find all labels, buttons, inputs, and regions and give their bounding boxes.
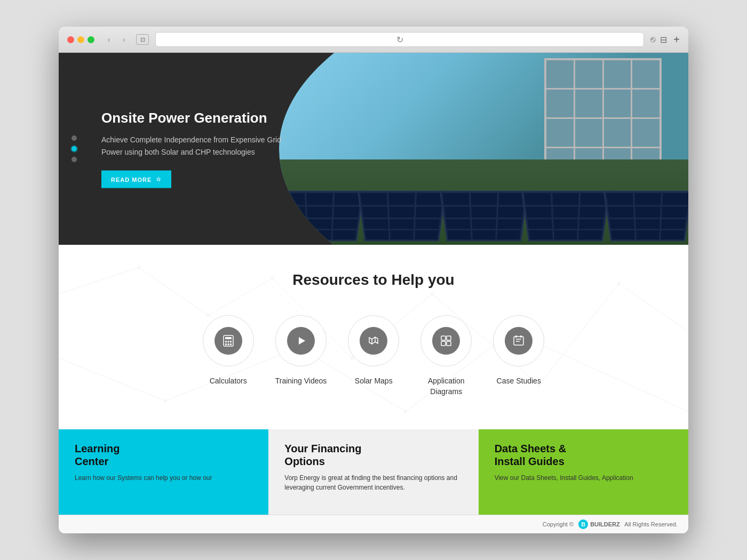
training-videos-label: Training Videos: [275, 376, 327, 387]
resource-item-training-videos[interactable]: Training Videos: [275, 315, 327, 397]
hero-title: Onsite Power Generation: [101, 110, 304, 126]
application-diagrams-label: ApplicationDiagrams: [428, 376, 465, 397]
share-icon[interactable]: ⎋: [650, 35, 656, 45]
bookmark-icon[interactable]: ⊟: [660, 35, 667, 45]
application-diagrams-circle: [420, 315, 472, 366]
hero-text-area: Onsite Power Generation Achieve Complete…: [101, 110, 304, 188]
svg-rect-27: [227, 341, 229, 342]
resource-item-case-studies[interactable]: Case Studies: [493, 315, 544, 397]
application-diagrams-icon: [432, 327, 460, 355]
svg-rect-42: [515, 335, 517, 338]
resource-item-calculators[interactable]: Calculators: [203, 315, 254, 397]
resource-item-solar-maps[interactable]: Solar Maps: [348, 315, 399, 397]
builderz-icon: B: [578, 519, 588, 529]
calculators-label: Calculators: [210, 376, 247, 387]
copyright-text: Copyright © B BUILDERZ All Rights Reserv…: [543, 519, 678, 529]
solar-maps-icon: [360, 327, 387, 355]
case-studies-icon: [505, 327, 533, 355]
svg-rect-36: [447, 336, 451, 340]
resources-title: Resources to Help you: [80, 271, 667, 289]
svg-point-13: [137, 266, 140, 269]
calculators-circle: [203, 315, 254, 366]
slide-dot-3[interactable]: [71, 157, 77, 162]
financing-section: Your FinancingOptions Vorp Energy is gre…: [268, 429, 478, 515]
back-button[interactable]: ‹: [103, 34, 115, 45]
read-more-label: READ MORE: [111, 176, 152, 182]
bottom-sections: LearningCenter Learn how our Systems can…: [59, 429, 688, 515]
rights-reserved: All Rights Reserved.: [624, 521, 678, 527]
learning-center-section: LearningCenter Learn how our Systems can…: [59, 429, 268, 515]
solar-maps-circle: [348, 315, 399, 366]
case-studies-label: Case Studies: [497, 376, 541, 387]
read-more-button[interactable]: READ MORE ☆: [101, 171, 171, 188]
learning-center-text: Learn how our Systems can help you or ho…: [75, 473, 252, 483]
slide-dot-1[interactable]: [71, 135, 77, 141]
solar-panels-image: [279, 159, 688, 245]
browser-action-buttons: ⎋ ⊟: [650, 35, 667, 45]
hero-image: [279, 53, 688, 245]
calculators-icon: [214, 327, 242, 355]
resource-item-application-diagrams[interactable]: ApplicationDiagrams: [420, 315, 472, 397]
case-studies-circle: [493, 315, 544, 366]
copyright-label: Copyright ©: [543, 521, 574, 527]
learning-center-title: LearningCenter: [75, 442, 252, 468]
builderz-name: BUILDERZ: [590, 521, 620, 527]
window-controls: [67, 36, 94, 43]
svg-point-20: [164, 399, 167, 403]
financing-text: Vorp Energy is great at finding the best…: [284, 473, 462, 492]
svg-point-17: [431, 293, 434, 296]
svg-rect-26: [225, 341, 227, 342]
training-videos-circle: [275, 315, 327, 366]
browser-toolbar: ‹ › ⊡ ↻ ⎋ ⊟ +: [59, 27, 688, 53]
resources-icons-row: Calculators Training Videos: [80, 315, 667, 397]
star-icon: ☆: [156, 176, 162, 183]
svg-rect-39: [514, 337, 523, 345]
svg-rect-38: [447, 341, 451, 346]
svg-rect-28: [230, 341, 232, 342]
svg-marker-32: [299, 337, 305, 345]
tab-view-button[interactable]: ⊡: [136, 34, 149, 45]
hero-subtitle: Achieve Complete Independence from Expen…: [101, 134, 304, 158]
minimize-button[interactable]: [77, 36, 84, 43]
browser-window: ‹ › ⊡ ↻ ⎋ ⊟ +: [59, 27, 688, 533]
svg-rect-25: [225, 337, 232, 339]
hero-section: Onsite Power Generation Achieve Complete…: [59, 53, 688, 245]
data-sheets-text: View our Data Sheets, Install Guides, Ap…: [495, 473, 672, 483]
svg-point-22: [404, 410, 407, 413]
svg-rect-30: [227, 343, 229, 345]
page-content: Onsite Power Generation Achieve Complete…: [59, 53, 688, 533]
refresh-icon: ↻: [396, 35, 403, 45]
svg-rect-31: [230, 343, 232, 345]
footer-bar: Copyright © B BUILDERZ All Rights Reserv…: [59, 515, 688, 533]
close-button[interactable]: [67, 36, 74, 43]
svg-rect-43: [520, 335, 522, 338]
resources-section: Resources to Help you: [59, 245, 688, 429]
slide-indicators: [71, 135, 77, 162]
training-videos-icon: [287, 327, 315, 355]
address-bar[interactable]: ↻: [155, 32, 644, 47]
navigation-controls: ‹ ›: [103, 34, 130, 45]
new-tab-button[interactable]: +: [673, 34, 680, 46]
data-sheets-title: Data Sheets &Install Guides: [495, 442, 672, 468]
financing-title: Your FinancingOptions: [284, 442, 462, 468]
slide-dot-2[interactable]: [71, 146, 77, 151]
forward-button[interactable]: ›: [118, 34, 130, 45]
svg-rect-29: [225, 343, 227, 345]
svg-rect-35: [441, 336, 446, 340]
builderz-logo: B BUILDERZ: [578, 519, 620, 529]
data-sheets-section: Data Sheets &Install Guides View our Dat…: [479, 429, 688, 515]
maximize-button[interactable]: [88, 36, 94, 43]
solar-maps-label: Solar Maps: [355, 376, 393, 387]
svg-rect-37: [441, 341, 446, 346]
